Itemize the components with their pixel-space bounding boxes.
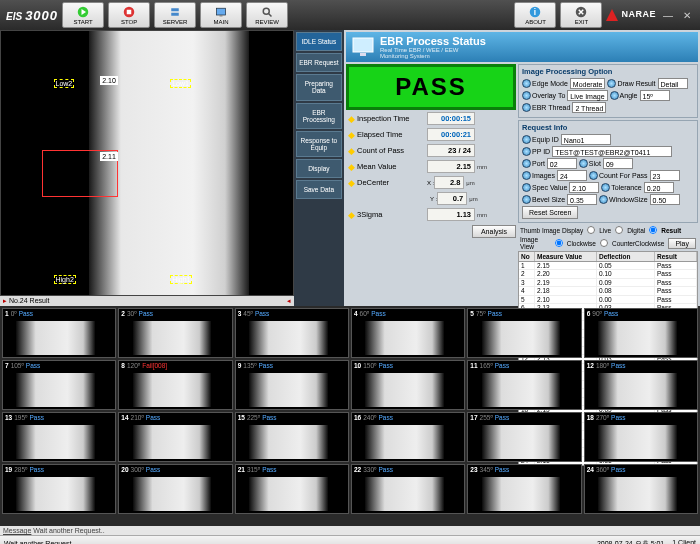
svg-rect-4	[171, 8, 179, 11]
play-button[interactable]: Play	[668, 238, 696, 249]
thumbnail[interactable]: 15225ºPass	[235, 412, 349, 462]
window-field[interactable]: 0.50	[650, 194, 680, 205]
process-sidebar: IDLE Status EBR Request Preparing Data E…	[294, 30, 344, 306]
marker-low2: Low2	[54, 79, 75, 88]
sidebar-response[interactable]: Response to Equip	[296, 131, 342, 157]
sidebar-preparing[interactable]: Preparing Data	[296, 74, 342, 100]
inspection-time: 00:00:15	[427, 112, 475, 125]
svg-rect-5	[171, 12, 179, 15]
equip-id-field[interactable]: Nano1	[561, 134, 611, 145]
svg-line-9	[269, 13, 272, 16]
thumbnail[interactable]: 460ºPass	[351, 308, 465, 358]
svg-rect-14	[353, 38, 373, 52]
thread-field[interactable]: 2 Thread	[572, 102, 606, 113]
svg-point-8	[263, 8, 269, 14]
thumbnail[interactable]: 8120ºFail[008]	[118, 360, 232, 410]
thumbnail[interactable]: 22330ºPass	[351, 464, 465, 514]
table-row[interactable]: 32.190.09Pass	[519, 279, 697, 287]
close-icon[interactable]: ✕	[680, 10, 694, 21]
thumbnail[interactable]: 10ºPass	[2, 308, 116, 358]
sidebar-ebr-request[interactable]: EBR Request	[296, 53, 342, 72]
cw-radio[interactable]	[555, 239, 563, 247]
main-button[interactable]: MAIN	[200, 2, 242, 28]
thumbnail[interactable]: 17255ºPass	[467, 412, 581, 462]
table-row[interactable]: 42.180.08Pass	[519, 287, 697, 295]
thumbnail[interactable]: 16240ºPass	[351, 412, 465, 462]
slot-field[interactable]: 09	[603, 158, 633, 169]
ccw-radio[interactable]	[600, 239, 608, 247]
tolerance-field[interactable]: 0.20	[644, 182, 674, 193]
image-processing-group: Image Processing Option Edge ModeModerat…	[518, 64, 698, 118]
digital-radio[interactable]	[615, 226, 623, 234]
edge-mode-field[interactable]: Moderate	[570, 78, 606, 89]
ppid-field[interactable]: TEST@TEST@EBR2@T0411	[552, 146, 672, 157]
live-radio[interactable]	[587, 226, 595, 234]
marker-low1: Low1	[170, 79, 191, 88]
start-button[interactable]: START	[62, 2, 104, 28]
reset-screen-button[interactable]: Reset Screen	[522, 206, 578, 219]
status-time: 2008-07-24 오후 5:01	[597, 539, 664, 545]
sidebar-display[interactable]: Display	[296, 159, 342, 178]
sidebar-processing[interactable]: EBR Processing	[296, 103, 342, 129]
angle-field[interactable]: 15º	[640, 90, 670, 101]
message-bar: Message Wait another Request..	[0, 526, 700, 535]
thumbnail[interactable]: 12180ºPass	[584, 360, 698, 410]
elapsed-time: 00:00:21	[427, 128, 475, 141]
mean-value: 2.15	[427, 160, 475, 173]
monitor-icon	[352, 37, 374, 57]
status-client: 1 Client	[672, 539, 696, 545]
minimize-icon[interactable]: —	[660, 10, 676, 21]
request-info-group: Request Info Equip IDNano1 PP IDTEST@TES…	[518, 120, 698, 223]
decenter-y: 0.7	[437, 192, 467, 205]
image-view-row: Image View Clockwise CounterClockwise Pl…	[518, 235, 698, 251]
marker-high2: High2	[54, 275, 76, 284]
thumbnail[interactable]: 345ºPass	[235, 308, 349, 358]
thumbnail[interactable]: 20300ºPass	[118, 464, 232, 514]
thumbnail[interactable]: 21315ºPass	[235, 464, 349, 514]
pass-count: 23 / 24	[427, 144, 475, 157]
sidebar-save[interactable]: Save Data	[296, 180, 342, 199]
thumbnail[interactable]: 13195ºPass	[2, 412, 116, 462]
countforpass-field[interactable]: 23	[650, 170, 680, 181]
thumbnail[interactable]: 575ºPass	[467, 308, 581, 358]
table-row[interactable]: 52.100.00Pass	[519, 296, 697, 304]
thumbnail[interactable]: 7105ºPass	[2, 360, 116, 410]
top-toolbar: EIS3000 START STOP SERVER MAIN REVIEW iA…	[0, 0, 700, 30]
thumbnail[interactable]: 14210ºPass	[118, 412, 232, 462]
exit-button[interactable]: EXIT	[560, 2, 602, 28]
svg-rect-3	[127, 9, 132, 14]
svg-marker-13	[606, 9, 618, 21]
bevel-field[interactable]: 0.35	[567, 194, 597, 205]
analysis-button[interactable]: Analysis	[472, 225, 516, 238]
thumbnail[interactable]: 690ºPass	[584, 308, 698, 358]
about-button[interactable]: iABOUT	[514, 2, 556, 28]
spec-field[interactable]: 2.10	[569, 182, 599, 193]
review-button[interactable]: REVIEW	[246, 2, 288, 28]
thumbnail[interactable]: 24360ºPass	[584, 464, 698, 514]
overlay-field[interactable]: Live Image	[567, 90, 607, 101]
result-radio[interactable]	[649, 226, 657, 234]
thumb-display-row: Thumb Image Display Live Digital Result	[518, 225, 698, 235]
svg-rect-6	[217, 8, 226, 15]
draw-result-field[interactable]: Detail	[658, 78, 688, 89]
thumbnail[interactable]: 18270ºPass	[584, 412, 698, 462]
brand-logo: NARAE	[606, 9, 656, 21]
sidebar-idle[interactable]: IDLE Status	[296, 32, 342, 51]
table-row[interactable]: 22.200.10Pass	[519, 270, 697, 278]
measure-2: 2.11	[100, 152, 118, 161]
status-header: EBR Process StatusReal Time EBR / WEE / …	[346, 32, 698, 62]
thumbnail[interactable]: 23345ºPass	[467, 464, 581, 514]
stop-button[interactable]: STOP	[108, 2, 150, 28]
thumbnail[interactable]: 19285ºPass	[2, 464, 116, 514]
measure-1: 2.10	[100, 76, 118, 85]
server-button[interactable]: SERVER	[154, 2, 196, 28]
thumbnail[interactable]: 9135ºPass	[235, 360, 349, 410]
app-logo: EIS3000	[6, 8, 58, 23]
thumbnail[interactable]: 10150ºPass	[351, 360, 465, 410]
thumbnail[interactable]: 230ºPass	[118, 308, 232, 358]
table-row[interactable]: 12.150.05Pass	[519, 262, 697, 270]
port-field[interactable]: 02	[547, 158, 577, 169]
thumbnail[interactable]: 11165ºPass	[467, 360, 581, 410]
images-field[interactable]: 24	[557, 170, 587, 181]
preview-caption: ▸ No.24 Result ◂	[0, 296, 294, 306]
